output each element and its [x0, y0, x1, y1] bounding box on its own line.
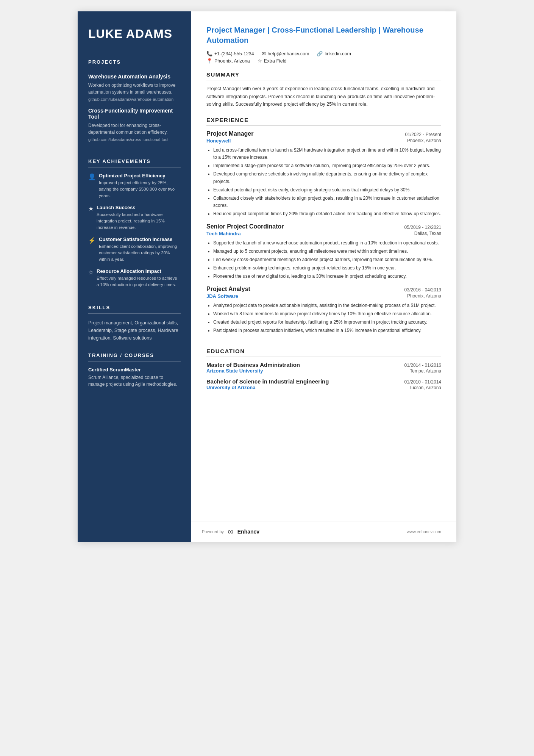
location-text: Phoenix, Arizona — [214, 58, 250, 64]
summary-text: Project Manager with over 3 years of exp… — [206, 85, 441, 108]
job-3-bullet-1: Analyzed project data to provide actiona… — [213, 302, 441, 309]
edu-1: Master of Business Administration 01/201… — [206, 362, 441, 374]
edu-2-dates: 01/2010 - 01/2014 — [404, 379, 441, 385]
contact-phone: 📞 +1-(234)-555-1234 — [206, 51, 254, 56]
phone-icon: 📞 — [206, 51, 212, 56]
job-2-title: Senior Project Coordinator — [206, 223, 284, 230]
sidebar-projects-title: PROJECTS — [88, 59, 181, 65]
footer: Powered by ∞ Enhancv www.enhancv.com — [191, 521, 456, 542]
candidate-name: LUKE ADAMS — [88, 27, 181, 41]
job-1-title: Project Manager — [206, 130, 253, 137]
email-icon: ✉ — [262, 51, 266, 56]
job-1-bullet-5: Collaborated closely with stakeholders t… — [213, 195, 441, 209]
main-headline: Project Manager | Cross-Functional Leade… — [206, 25, 441, 45]
achievement-2: ★ Launch Success Successfully launched a… — [88, 205, 181, 230]
job-1: Project Manager 01/2022 - Present Honeyw… — [206, 130, 441, 218]
job-3-bullet-4: Participated in process automation initi… — [213, 327, 441, 334]
job-1-location: Phoenix, Arizona — [407, 138, 441, 143]
job-1-dates: 01/2022 - Present — [405, 132, 441, 137]
project-item-2: Cross-Functionality Improvement Tool Dev… — [88, 108, 181, 142]
footer-brand: Enhancv — [237, 529, 259, 535]
project-1-link: github.com/lukeadams/warehouse-automatio… — [88, 97, 181, 102]
edu-1-degree: Master of Business Administration — [206, 362, 300, 368]
phone-text: +1-(234)-555-1234 — [214, 51, 254, 56]
achievement-4-title: Resource Allocation Impact — [97, 268, 181, 274]
education-divider — [206, 357, 441, 357]
job-3-subheader: JDA Software Phoenix, Arizona — [206, 293, 441, 299]
job-3-company: JDA Software — [206, 293, 238, 299]
experience-divider — [206, 125, 441, 126]
achievement-3: ⚡ Customer Satisfaction Increase Enhance… — [88, 236, 181, 262]
achievement-4-desc: Effectively managed resources to achieve… — [97, 275, 181, 288]
experience-section: EXPERIENCE Project Manager 01/2022 - Pre… — [206, 117, 441, 340]
project-2-desc: Developed tool for enhancing cross-depar… — [88, 122, 181, 136]
achievement-4-icon: ☆ — [88, 269, 94, 276]
achievement-1-desc: Improved project efficiency by 25%, savi… — [99, 180, 181, 199]
footer-powered-by: Powered by — [202, 529, 224, 534]
sidebar-achievements-divider — [88, 167, 181, 167]
achievement-1-title: Optimized Project Efficiency — [99, 173, 181, 178]
sidebar-projects-divider — [88, 68, 181, 68]
project-2-title: Cross-Functionality Improvement Tool — [88, 108, 181, 120]
edu-2-school: University of Arizona — [206, 385, 256, 390]
job-2-dates: 05/2019 - 12/2021 — [404, 225, 441, 230]
achievement-3-icon: ⚡ — [88, 237, 96, 244]
job-1-bullets: Led a cross-functional team to launch a … — [206, 147, 441, 218]
edu-2-degree: Bachelor of Science in Industrial Engine… — [206, 378, 329, 385]
edu-2-location: Tucson, Arizona — [409, 385, 441, 390]
contact-location: 📍 Phoenix, Arizona — [206, 58, 250, 64]
job-2-bullet-3: Led weekly cross-departmental meetings t… — [213, 256, 441, 263]
edu-2: Bachelor of Science in Industrial Engine… — [206, 378, 441, 390]
sidebar-training-divider — [88, 361, 181, 362]
job-1-bullet-2: Implemented a stage-gate process for a s… — [213, 162, 441, 169]
linkedin-text: linkedin.com — [325, 51, 351, 56]
sidebar-training-section: TRAINING / COURSES Certified ScrumMaster… — [88, 352, 181, 388]
footer-left: Powered by ∞ Enhancv — [202, 527, 259, 537]
edu-1-school: Arizona State University — [206, 368, 263, 374]
main-content: Project Manager | Cross-Functional Leade… — [191, 11, 456, 521]
job-2-bullet-4: Enhanced problem-solving techniques, red… — [213, 265, 441, 272]
achievement-2-icon: ★ — [88, 205, 94, 212]
achievement-1: 👤 Optimized Project Efficiency Improved … — [88, 173, 181, 199]
job-1-subheader: Honeywell Phoenix, Arizona — [206, 138, 441, 144]
job-2: Senior Project Coordinator 05/2019 - 12/… — [206, 223, 441, 280]
project-item-1: Warehouse Automation Analysis Worked on … — [88, 74, 181, 102]
job-2-header: Senior Project Coordinator 05/2019 - 12/… — [206, 223, 441, 230]
job-2-company: Tech Mahindra — [206, 231, 241, 236]
email-text: help@enhancv.com — [268, 51, 309, 56]
job-1-bullet-6: Reduced project completion times by 20% … — [213, 210, 441, 218]
training-1-desc: Scrum Alliance, specialized course to ma… — [88, 374, 181, 388]
achievement-3-desc: Enhanced client collaboration, improving… — [99, 243, 181, 262]
contact-linkedin: 🔗 linkedin.com — [317, 51, 351, 56]
edu-1-location: Tempe, Arizona — [410, 368, 441, 374]
sidebar-skills-section: SKILLS Project management, Organizationa… — [88, 305, 181, 342]
sidebar-projects-section: PROJECTS Warehouse Automation Analysis W… — [88, 59, 181, 148]
sidebar-skills-title: SKILLS — [88, 305, 181, 310]
job-3-header: Project Analyst 03/2016 - 04/2019 — [206, 286, 441, 293]
experience-title: EXPERIENCE — [206, 117, 441, 123]
job-3-bullet-3: Created detailed project reports for lea… — [213, 319, 441, 326]
project-2-link: github.com/lukeadams/cross-functional-to… — [88, 137, 181, 142]
achievement-2-desc: Successfully launched a hardware integra… — [97, 211, 181, 230]
location-icon: 📍 — [206, 58, 212, 64]
job-3-location: Phoenix, Arizona — [407, 293, 441, 299]
edu-1-subheader: Arizona State University Tempe, Arizona — [206, 368, 441, 374]
job-2-bullet-2: Managed up to 5 concurrent projects, ens… — [213, 248, 441, 255]
job-3: Project Analyst 03/2016 - 04/2019 JDA So… — [206, 286, 441, 335]
sidebar-achievements-title: KEY ACHIEVEMENTS — [88, 158, 181, 164]
extra-text: Extra Field — [264, 58, 287, 64]
job-3-dates: 03/2016 - 04/2019 — [404, 287, 441, 293]
job-3-bullets: Analyzed project data to provide actiona… — [206, 302, 441, 335]
contact-email: ✉ help@enhancv.com — [262, 51, 309, 56]
footer-url: www.enhancv.com — [407, 529, 441, 534]
achievement-3-title: Customer Satisfaction Increase — [99, 236, 181, 242]
job-1-bullet-4: Escalated potential project risks early,… — [213, 186, 441, 194]
sidebar-training-title: TRAINING / COURSES — [88, 352, 181, 358]
job-2-bullet-1: Supported the launch of a new warehouse … — [213, 239, 441, 247]
job-1-bullet-3: Developed comprehensive schedules involv… — [213, 171, 441, 185]
sidebar-skills-divider — [88, 313, 181, 314]
training-1-title: Certified ScrumMaster — [88, 367, 181, 373]
contact-row-2: 📍 Phoenix, Arizona ☆ Extra Field — [206, 58, 441, 64]
edu-1-header: Master of Business Administration 01/201… — [206, 362, 441, 368]
education-title: EDUCATION — [206, 348, 441, 354]
